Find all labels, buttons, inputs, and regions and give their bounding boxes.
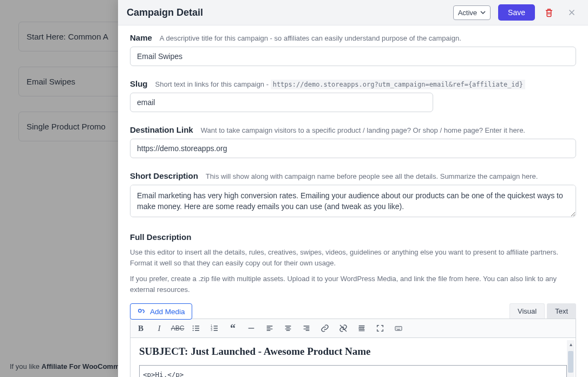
close-button[interactable] (565, 6, 578, 19)
save-button[interactable]: Save (498, 4, 535, 21)
field-name: Name A descriptive title for this campai… (130, 33, 576, 66)
fullscreen-button[interactable] (374, 322, 386, 334)
unlink-button[interactable] (337, 322, 349, 334)
editor-scrollbar[interactable]: ▴ (567, 340, 574, 377)
short-desc-help: This will show along with campaign name … (206, 172, 538, 180)
keyboard-button[interactable] (393, 322, 404, 334)
scroll-thumb[interactable] (568, 351, 573, 373)
number-list-button[interactable]: 123 (208, 322, 220, 334)
full-desc-label: Full Description (130, 232, 576, 242)
bold-button[interactable]: B (135, 322, 147, 334)
slug-input[interactable] (130, 93, 433, 112)
align-center-button[interactable] (282, 322, 294, 334)
status-dropdown[interactable]: Active (453, 5, 491, 20)
editor-heading: SUBJECT: Just Launched - Awesome Product… (139, 346, 567, 358)
destination-label: Destination Link (130, 125, 193, 134)
editor-tabs: Visual Text (130, 303, 576, 318)
panel-body: Name A descriptive title for this campai… (118, 25, 588, 377)
link-button[interactable] (319, 322, 331, 334)
tab-text[interactable]: Text (547, 303, 576, 318)
chevron-down-icon (480, 11, 486, 14)
editor-toolbar: B I ABC 123 “ (130, 318, 576, 338)
quote-button[interactable]: “ (227, 322, 239, 334)
destination-input[interactable] (130, 139, 576, 158)
readmore-button[interactable] (356, 322, 368, 334)
short-desc-label: Short Description (130, 171, 198, 180)
field-slug: Slug Short text in links for this campai… (130, 79, 576, 112)
trash-icon (544, 8, 554, 17)
svg-point-3 (193, 330, 194, 331)
panel-title: Campaign Detail (127, 7, 453, 18)
align-left-button[interactable] (264, 322, 276, 334)
close-icon (567, 8, 577, 17)
slug-label: Slug (130, 79, 148, 88)
svg-point-0 (139, 309, 141, 312)
name-label: Name (130, 33, 152, 42)
destination-help: Want to take campaign visitors to a spec… (201, 126, 525, 134)
full-desc-help-2: If you prefer, create a .zip file with m… (130, 274, 576, 295)
svg-point-2 (193, 328, 194, 329)
field-destination: Destination Link Want to take campaign v… (130, 125, 576, 158)
full-desc-help-1: Use this editor to insert all the detail… (130, 247, 576, 268)
editor-content[interactable]: SUBJECT: Just Launched - Awesome Product… (130, 338, 576, 377)
media-icon (137, 307, 146, 316)
name-input[interactable] (130, 47, 576, 66)
scroll-up-icon: ▴ (567, 340, 574, 348)
bullet-list-button[interactable] (190, 322, 202, 334)
delete-button[interactable] (543, 6, 556, 19)
align-right-button[interactable] (300, 322, 312, 334)
svg-point-1 (193, 326, 194, 327)
tab-visual[interactable]: Visual (509, 303, 545, 318)
editor-code-block[interactable]: <p>Hi,</p> <p>Want to {your product's ma… (139, 365, 567, 377)
svg-text:3: 3 (211, 329, 212, 332)
short-desc-input[interactable]: Email marketing has very high conversion… (130, 185, 576, 217)
field-full-description: Full Description Use this editor to inse… (130, 232, 576, 377)
campaign-detail-panel: Campaign Detail Active Save Name A descr… (118, 0, 588, 377)
slug-help: Short text in links for this campaign - … (155, 80, 526, 88)
panel-header: Campaign Detail Active Save (118, 0, 588, 25)
italic-button[interactable]: I (153, 322, 165, 334)
strike-button[interactable]: ABC (172, 322, 184, 334)
field-short-description: Short Description This will show along w… (130, 171, 576, 219)
add-media-button[interactable]: Add Media (130, 303, 192, 320)
hr-button[interactable] (245, 322, 257, 334)
name-help: A descriptive title for this campaign - … (160, 34, 461, 42)
